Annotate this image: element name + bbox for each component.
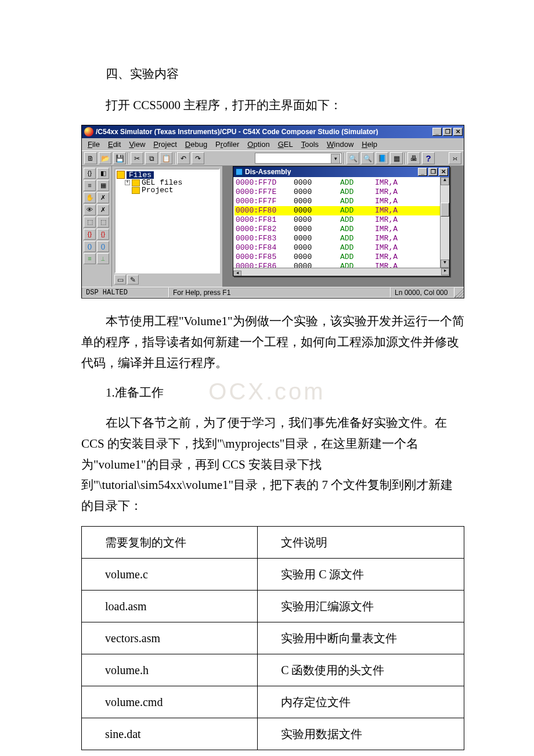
app-icon bbox=[84, 127, 93, 136]
side-halt[interactable]: ⟂ bbox=[97, 253, 109, 264]
table-header-desc: 文件说明 bbox=[258, 526, 464, 558]
cut-button[interactable]: ✂ bbox=[131, 152, 143, 164]
side-hand[interactable]: ✋ bbox=[84, 192, 96, 203]
disasm-body[interactable]: 0000:FF7D0000ADDIMR,A0000:FF7E0000ADDIMR… bbox=[233, 177, 449, 276]
menu-file[interactable]: File bbox=[84, 139, 103, 149]
side-box2[interactable]: ⬚ bbox=[97, 217, 109, 228]
new-button[interactable]: 🗎 bbox=[84, 152, 97, 164]
block-button[interactable]: ▦ bbox=[390, 152, 403, 164]
disasm-row[interactable]: 0000:FF820000ADDIMR,A bbox=[234, 225, 448, 234]
menu-debug[interactable]: Debug bbox=[182, 139, 211, 149]
menu-gel[interactable]: GEL bbox=[275, 139, 297, 149]
scroll-down-icon[interactable]: ▼ bbox=[441, 260, 449, 268]
side-toggle-braces[interactable]: {} bbox=[84, 168, 96, 179]
disasm-arg: IMR,A bbox=[375, 188, 421, 197]
files-icon bbox=[117, 171, 125, 179]
close-button[interactable]: ✕ bbox=[453, 128, 463, 136]
copy-button[interactable]: ⧉ bbox=[145, 152, 158, 164]
side-box1[interactable]: ⬚ bbox=[84, 217, 96, 228]
maximize-button[interactable]: ❐ bbox=[443, 128, 452, 136]
menu-profiler[interactable]: Profiler bbox=[212, 139, 243, 149]
scroll-thumb[interactable] bbox=[441, 203, 449, 217]
disasm-row[interactable]: 0000:FF7D0000ADDIMR,A bbox=[234, 178, 448, 188]
menu-help[interactable]: Help bbox=[358, 139, 381, 149]
disasm-addr: 0000:FF81 bbox=[236, 215, 294, 225]
paste-button[interactable]: 📋 bbox=[160, 152, 172, 164]
disasm-close-button[interactable]: ✕ bbox=[439, 168, 448, 176]
status-left: DSP HALTED bbox=[82, 287, 169, 298]
table-row: sine.dat实验用数据文件 bbox=[82, 718, 464, 750]
find-button[interactable]: 🔍 bbox=[347, 152, 359, 164]
vertical-scrollbar[interactable]: ▲ ▼ bbox=[440, 177, 449, 268]
menubar: File Edit View Project Debug Profiler Op… bbox=[82, 138, 464, 150]
side-grid[interactable]: ▦ bbox=[97, 180, 109, 191]
redo-button[interactable]: ↷ bbox=[192, 152, 204, 164]
disasm-row[interactable]: 0000:FF800000ADDIMR,A bbox=[234, 206, 448, 215]
marker-button[interactable]: ›‹ bbox=[449, 152, 461, 164]
save-button[interactable]: 💾 bbox=[113, 152, 126, 164]
disasm-min-button[interactable]: _ bbox=[418, 168, 427, 176]
section-heading: 四、实验内容 bbox=[81, 64, 464, 85]
side-step-into[interactable]: {} bbox=[84, 229, 96, 240]
config-dropdown[interactable] bbox=[255, 153, 342, 164]
disasm-row[interactable]: 0000:FF7F0000ADDIMR,A bbox=[234, 197, 448, 206]
table-row: volume.cmd内存定位文件 bbox=[82, 686, 464, 718]
side-lines[interactable]: ≡ bbox=[84, 180, 96, 191]
disasm-icon bbox=[236, 168, 243, 175]
tree-item-project[interactable]: Project bbox=[117, 186, 218, 194]
side-split[interactable]: ◧ bbox=[97, 168, 109, 179]
side-watch[interactable]: 👁 bbox=[84, 204, 96, 215]
menu-option[interactable]: Option bbox=[244, 139, 273, 149]
menu-edit[interactable]: Edit bbox=[104, 139, 124, 149]
open-button[interactable]: 📂 bbox=[99, 152, 111, 164]
menu-project[interactable]: Project bbox=[150, 139, 180, 149]
table-cell-file: volume.cmd bbox=[82, 686, 258, 718]
help-button[interactable]: ? bbox=[422, 152, 435, 164]
ccs-window: /C54xx Simulator (Texas Instruments)/CPU… bbox=[81, 125, 464, 298]
table-cell-file: sine.dat bbox=[82, 718, 258, 750]
side-step-out[interactable]: () bbox=[84, 241, 96, 252]
side-step-over[interactable]: {} bbox=[97, 229, 109, 240]
disasm-addr: 0000:FF7D bbox=[236, 178, 294, 188]
side-clear2[interactable]: ✗ bbox=[97, 204, 109, 215]
main-toolbar: 🗎 📂 💾 ✂ ⧉ 📋 ↶ ↷ 🔍 🔍 📘 ▦ 🖶 ? ›‹ bbox=[82, 150, 464, 166]
side-run[interactable]: ≡ bbox=[84, 253, 96, 264]
table-header-file: 需要复制的文件 bbox=[82, 526, 258, 558]
undo-button[interactable]: ↶ bbox=[177, 152, 190, 164]
project-tree-panel: Files + GEL files Project ▭ ✎ bbox=[112, 166, 222, 287]
tree-tab-1[interactable]: ▭ bbox=[114, 275, 126, 285]
disasm-code: 0000 bbox=[294, 178, 340, 188]
table-cell-desc: 实验用中断向量表文件 bbox=[258, 622, 464, 654]
horizontal-scrollbar[interactable]: ◀ ▶ bbox=[233, 268, 449, 276]
scroll-up-icon[interactable]: ▲ bbox=[441, 177, 449, 185]
disasm-row[interactable]: 0000:FF7E0000ADDIMR,A bbox=[234, 188, 448, 197]
menu-window[interactable]: Window bbox=[323, 139, 357, 149]
project-tree[interactable]: Files + GEL files Project bbox=[114, 168, 220, 273]
disasm-op: ADD bbox=[340, 243, 375, 253]
side-clear[interactable]: ✗ bbox=[97, 192, 109, 203]
disasm-max-button[interactable]: ❐ bbox=[428, 168, 438, 176]
expand-icon[interactable]: + bbox=[125, 180, 130, 185]
bookmark-button[interactable]: 📘 bbox=[376, 152, 388, 164]
table-row: volume.hC 函数使用的头文件 bbox=[82, 654, 464, 686]
disasm-row[interactable]: 0000:FF850000ADDIMR,A bbox=[234, 253, 448, 262]
disasm-addr: 0000:FF84 bbox=[236, 243, 294, 253]
scroll-right-icon[interactable]: ▶ bbox=[441, 268, 449, 275]
tree-tab-2[interactable]: ✎ bbox=[127, 275, 139, 285]
disasm-row[interactable]: 0000:FF830000ADDIMR,A bbox=[234, 234, 448, 243]
titlebar[interactable]: /C54xx Simulator (Texas Instruments)/CPU… bbox=[82, 125, 464, 138]
tree-root-files[interactable]: Files bbox=[127, 171, 154, 179]
scroll-left-icon[interactable]: ◀ bbox=[233, 271, 241, 276]
resize-grip-icon[interactable] bbox=[454, 287, 464, 298]
menu-tools[interactable]: Tools bbox=[298, 139, 322, 149]
disasm-row[interactable]: 0000:FF810000ADDIMR,A bbox=[234, 215, 448, 225]
side-step-return[interactable]: () bbox=[97, 241, 109, 252]
disasm-arg: IMR,A bbox=[375, 215, 421, 225]
disasm-code: 0000 bbox=[294, 234, 340, 243]
print-button[interactable]: 🖶 bbox=[407, 152, 420, 164]
minimize-button[interactable]: _ bbox=[432, 128, 442, 136]
disasm-row[interactable]: 0000:FF840000ADDIMR,A bbox=[234, 243, 448, 253]
disasm-op: ADD bbox=[340, 253, 375, 262]
menu-view[interactable]: View bbox=[125, 139, 149, 149]
find-next-button[interactable]: 🔍 bbox=[361, 152, 374, 164]
